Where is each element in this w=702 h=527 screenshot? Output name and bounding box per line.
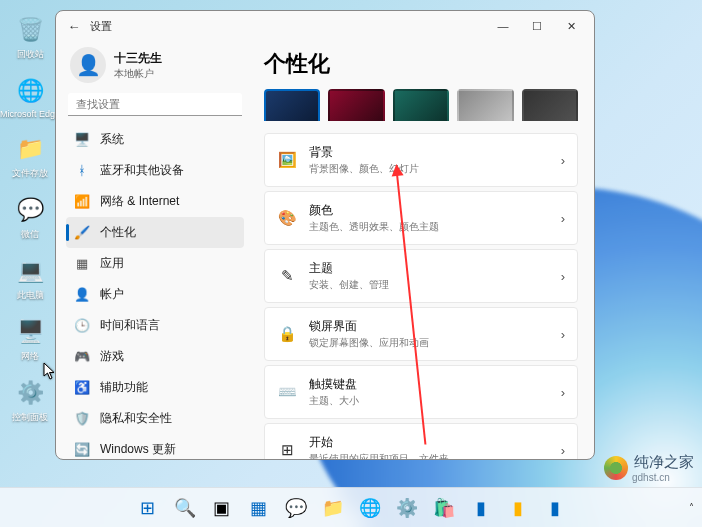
desktop-icon-label: 此电脑 xyxy=(17,289,44,302)
desktop-icon-control-panel[interactable]: ⚙️控制面板 xyxy=(6,377,54,424)
background-icon: 🖼️ xyxy=(277,150,297,170)
card-touch-keyboard[interactable]: ⌨️触摸键盘主题、大小› xyxy=(264,365,578,419)
close-button[interactable]: ✕ xyxy=(554,16,588,37)
desktop-icon-label: 回收站 xyxy=(17,48,44,61)
card-lockscreen[interactable]: 🔒锁屏界面锁定屏幕图像、应用和动画› xyxy=(264,307,578,361)
theme-thumb[interactable] xyxy=(328,89,384,121)
start-icon: ⊞ xyxy=(277,440,297,459)
card-sub: 主题、大小 xyxy=(309,394,549,408)
card-start[interactable]: ⊞开始最近使用的应用和项目、文件夹› xyxy=(264,423,578,459)
taskbar: ⊞🔍▣▦💬📁🌐⚙️🛍️▮▮▮ ˄ xyxy=(0,487,702,527)
sidebar-item-label: 蓝牙和其他设备 xyxy=(100,162,184,179)
update-icon: 🔄 xyxy=(74,442,90,458)
card-title: 背景 xyxy=(309,144,549,161)
card-sub: 最近使用的应用和项目、文件夹 xyxy=(309,452,549,459)
sidebar-item-privacy[interactable]: 🛡️隐私和安全性 xyxy=(66,403,244,434)
desktop-icon-network[interactable]: 🖥️网络 xyxy=(6,316,54,363)
desktop-icon-file-explorer[interactable]: 📁文件存放 xyxy=(6,133,54,180)
watermark-logo xyxy=(604,456,628,480)
taskbar-right[interactable]: ˄ xyxy=(689,502,694,513)
sidebar-item-label: 时间和语言 xyxy=(100,317,160,334)
desktop-icon-this-pc[interactable]: 💻此电脑 xyxy=(6,255,54,302)
chevron-right-icon: › xyxy=(561,327,565,342)
sidebar-item-label: 网络 & Internet xyxy=(100,193,179,210)
taskbar-settings[interactable]: ⚙️ xyxy=(392,493,422,523)
taskbar-widgets[interactable]: ▦ xyxy=(244,493,274,523)
sidebar-item-update[interactable]: 🔄Windows 更新 xyxy=(66,434,244,459)
desktop-icon-label: 微信 xyxy=(21,228,39,241)
card-sub: 安装、创建、管理 xyxy=(309,278,549,292)
card-themes[interactable]: ✎主题安装、创建、管理› xyxy=(264,249,578,303)
search xyxy=(68,93,242,116)
minimize-button[interactable]: — xyxy=(486,16,520,36)
taskbar-app3[interactable]: ▮ xyxy=(540,493,570,523)
sidebar-item-accessibility[interactable]: ♿辅助功能 xyxy=(66,372,244,403)
desktop-icon-label: Microsoft Edge xyxy=(0,109,60,119)
taskbar-task-view[interactable]: ▣ xyxy=(207,493,237,523)
colors-icon: 🎨 xyxy=(277,208,297,228)
taskbar-edge[interactable]: 🌐 xyxy=(355,493,385,523)
card-colors[interactable]: 🎨颜色主题色、透明效果、颜色主题› xyxy=(264,191,578,245)
personalization-icon: 🖌️ xyxy=(74,225,90,241)
card-background[interactable]: 🖼️背景背景图像、颜色、幻灯片› xyxy=(264,133,578,187)
profile[interactable]: 👤 十三先生 本地帐户 xyxy=(66,41,244,93)
theme-thumb[interactable] xyxy=(457,89,513,121)
maximize-button[interactable]: ☐ xyxy=(520,16,554,37)
accessibility-icon: ♿ xyxy=(74,380,90,396)
card-title: 颜色 xyxy=(309,202,549,219)
watermark-url: gdhst.cn xyxy=(632,472,694,483)
taskbar-chat[interactable]: 💬 xyxy=(281,493,311,523)
desktop-icon-wechat[interactable]: 💬微信 xyxy=(6,194,54,241)
file-explorer-icon: 📁 xyxy=(14,133,46,165)
card-sub: 背景图像、颜色、幻灯片 xyxy=(309,162,549,176)
recycle-bin-icon: 🗑️ xyxy=(14,14,46,46)
sidebar-item-accounts[interactable]: 👤帐户 xyxy=(66,279,244,310)
card-title: 主题 xyxy=(309,260,549,277)
sidebar-item-label: 隐私和安全性 xyxy=(100,410,172,427)
page-title: 个性化 xyxy=(264,49,578,79)
apps-icon: ▦ xyxy=(74,256,90,272)
chevron-up-icon[interactable]: ˄ xyxy=(689,502,694,513)
taskbar-search[interactable]: 🔍 xyxy=(170,493,200,523)
theme-thumb[interactable] xyxy=(264,89,320,121)
sidebar-item-time-language[interactable]: 🕒时间和语言 xyxy=(66,310,244,341)
card-title: 锁屏界面 xyxy=(309,318,549,335)
theme-thumbs xyxy=(264,89,578,121)
back-button[interactable]: ← xyxy=(62,19,86,34)
taskbar-explorer[interactable]: 📁 xyxy=(318,493,348,523)
taskbar-store[interactable]: 🛍️ xyxy=(429,493,459,523)
desktop-icon-label: 文件存放 xyxy=(12,167,48,180)
cards: 🖼️背景背景图像、颜色、幻灯片›🎨颜色主题色、透明效果、颜色主题›✎主题安装、创… xyxy=(264,133,578,459)
sidebar-item-label: 个性化 xyxy=(100,224,136,241)
avatar: 👤 xyxy=(70,47,106,83)
sidebar-item-gaming[interactable]: 🎮游戏 xyxy=(66,341,244,372)
privacy-icon: 🛡️ xyxy=(74,411,90,427)
desktop-icon-recycle-bin[interactable]: 🗑️回收站 xyxy=(6,14,54,61)
chevron-right-icon: › xyxy=(561,269,565,284)
sidebar-item-apps[interactable]: ▦应用 xyxy=(66,248,244,279)
system-icon: 🖥️ xyxy=(74,132,90,148)
sidebar-item-personalization[interactable]: 🖌️个性化 xyxy=(66,217,244,248)
sidebar-item-system[interactable]: 🖥️系统 xyxy=(66,124,244,155)
desktop-icon-edge[interactable]: 🌐Microsoft Edge xyxy=(6,75,54,119)
theme-thumb[interactable] xyxy=(522,89,578,121)
taskbar-start[interactable]: ⊞ xyxy=(133,493,163,523)
card-title: 开始 xyxy=(309,434,549,451)
lockscreen-icon: 🔒 xyxy=(277,324,297,344)
accounts-icon: 👤 xyxy=(74,287,90,303)
taskbar-app1[interactable]: ▮ xyxy=(466,493,496,523)
app-title: 设置 xyxy=(90,19,112,34)
sidebar-item-bluetooth[interactable]: ᚼ蓝牙和其他设备 xyxy=(66,155,244,186)
taskbar-app2[interactable]: ▮ xyxy=(503,493,533,523)
watermark-text: 纯净之家 xyxy=(634,453,694,472)
sidebar: 👤 十三先生 本地帐户 🖥️系统ᚼ蓝牙和其他设备📶网络 & Internet🖌️… xyxy=(56,41,250,459)
network-icon: 🖥️ xyxy=(14,316,46,348)
themes-icon: ✎ xyxy=(277,266,297,286)
settings-window: ← 设置 — ☐ ✕ 👤 十三先生 本地帐户 🖥️系统ᚼ蓝牙和其他设备📶网络 &… xyxy=(55,10,595,460)
sidebar-item-label: 游戏 xyxy=(100,348,124,365)
profile-sub: 本地帐户 xyxy=(114,67,162,81)
theme-thumb[interactable] xyxy=(393,89,449,121)
sidebar-item-network[interactable]: 📶网络 & Internet xyxy=(66,186,244,217)
taskbar-center: ⊞🔍▣▦💬📁🌐⚙️🛍️▮▮▮ xyxy=(133,493,570,523)
search-input[interactable] xyxy=(68,93,242,116)
